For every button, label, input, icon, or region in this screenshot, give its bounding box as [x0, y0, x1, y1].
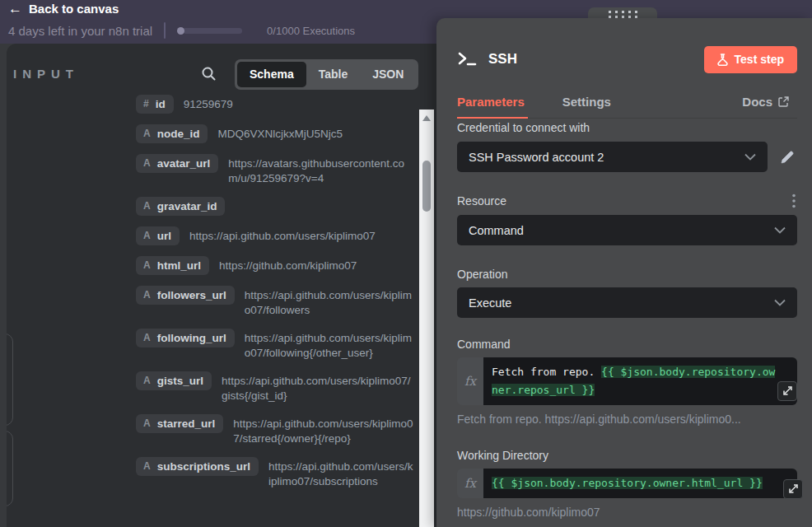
operation-select[interactable]: Execute [457, 287, 797, 318]
schema-field-name: gravatar_id [157, 199, 217, 213]
schema-field-name: html_url [157, 259, 201, 273]
drag-dots-icon [609, 11, 637, 18]
operation-label: Operation [457, 266, 797, 282]
schema-field-name: avatar_url [157, 156, 211, 170]
schema-row-id: #id91259679 [136, 95, 413, 114]
external-link-icon [778, 96, 789, 107]
schema-field-value: https://api.github.com/users/kiplimo07/f… [245, 329, 413, 361]
working-directory-code-area[interactable]: {{ $json.body.repository.owner.html_url … [483, 469, 797, 498]
number-type-icon: # [143, 97, 149, 111]
schema-row-avatar_url: Aavatar_urlhttps://avatars.githubusercon… [136, 154, 413, 186]
tab-parameters[interactable]: Parameters [457, 95, 533, 119]
node-tabs: Parameters Settings Docs [457, 89, 797, 119]
input-panel-scrollbar[interactable] [419, 110, 434, 527]
trial-banner: 4 days left in your n8n trial 0/1000 Exe… [8, 22, 355, 39]
schema-field-badge[interactable]: Afollowing_url [136, 329, 235, 347]
test-step-button[interactable]: Test step [704, 46, 797, 73]
back-arrow-icon: ← [8, 2, 22, 16]
node-header: SSH Test step [457, 36, 797, 82]
schema-field-badge[interactable]: Agravatar_id [136, 197, 225, 216]
chevron-down-icon [744, 153, 756, 161]
schema-row-subscriptions_url: Asubscriptions_urlhttps://api.github.com… [136, 457, 413, 489]
schema-field-name: followers_url [157, 288, 226, 302]
search-icon[interactable] [198, 63, 219, 84]
string-type-icon: A [143, 156, 151, 170]
edit-credential-button[interactable] [777, 147, 797, 167]
schema-field-badge[interactable]: Aurl [136, 226, 180, 245]
trial-days-left-text: 4 days left in your n8n trial [8, 24, 152, 38]
string-type-icon: A [143, 417, 151, 431]
trial-divider [164, 22, 166, 39]
schema-field-badge[interactable]: Afollowers_url [136, 286, 235, 305]
schema-field-name: starred_url [157, 417, 216, 431]
flask-icon [717, 54, 728, 66]
expand-icon [782, 385, 793, 397]
credential-select[interactable]: SSH Password account 2 [457, 142, 768, 172]
schema-field-value: https://api.github.com/users/kiplimo07/s… [233, 414, 413, 446]
schema-field-value: https://github.com/kiplimo07 [219, 256, 413, 273]
schema-field-badge[interactable]: Ahtml_url [136, 256, 209, 275]
edge-panel-stub [7, 333, 13, 426]
schema-field-badge[interactable]: Astarred_url [136, 414, 223, 433]
schema-field-name: url [157, 229, 171, 243]
input-tab-json[interactable]: JSON [360, 62, 416, 87]
executions-progress-bar [177, 27, 242, 35]
expand-icon [787, 483, 799, 495]
pencil-icon [779, 149, 796, 166]
schema-row-starred_url: Astarred_urlhttps://api.github.com/users… [136, 414, 413, 446]
input-tab-table[interactable]: Table [306, 62, 361, 87]
schema-field-badge[interactable]: Aavatar_url [136, 154, 218, 173]
node-detail-panel: SSH Test step Parameters Settings Docs C… [436, 18, 812, 527]
progress-dot [177, 27, 184, 35]
chevron-down-icon [774, 226, 786, 234]
node-title: SSH [488, 51, 517, 68]
back-to-canvas-label: Back to canvas [29, 2, 119, 16]
terminal-icon [457, 50, 478, 68]
string-type-icon: A [143, 288, 151, 302]
schema-row-followers_url: Afollowers_urlhttps://api.github.com/use… [136, 286, 413, 318]
edge-panel-stub [7, 431, 13, 506]
resource-value: Command [469, 224, 774, 237]
working-directory-expression: {{ $json.body.repository.owner.html_url … [492, 477, 763, 489]
schema-field-badge[interactable]: #id [136, 95, 174, 114]
back-to-canvas-button[interactable]: ← Back to canvas [8, 2, 119, 16]
string-type-icon: A [143, 259, 151, 273]
progress-track [183, 28, 242, 34]
scrollbar-thumb[interactable] [422, 161, 431, 212]
schema-field-badge[interactable]: Agists_url [136, 371, 212, 390]
credential-value: SSH Password account 2 [469, 151, 744, 164]
credential-label: Credential to connect with [457, 119, 797, 136]
schema-field-value: 91259679 [184, 95, 413, 112]
expand-editor-button[interactable] [777, 381, 797, 401]
schema-field-value: https://avatars.githubusercontent.com/u/… [228, 154, 413, 186]
resource-options-kebab-icon[interactable] [791, 192, 797, 210]
executions-count-text: 0/1000 Executions [267, 25, 355, 37]
schema-field-value: https://api.github.com/users/kiplimo07 [189, 226, 413, 244]
schema-field-name: subscriptions_url [157, 459, 250, 473]
operation-value: Execute [469, 296, 774, 310]
schema-field-badge[interactable]: Asubscriptions_url [136, 457, 259, 476]
expand-editor-button[interactable] [783, 479, 803, 499]
input-view-tabs: SchemaTableJSON [235, 59, 418, 90]
scrollbar-up-arrow-icon[interactable] [422, 115, 431, 121]
tab-settings[interactable]: Settings [562, 95, 619, 119]
command-label: Command [457, 336, 797, 352]
string-type-icon: A [143, 374, 151, 388]
fx-icon: fx [457, 357, 483, 405]
schema-field-value: https://api.github.com/users/kiplimo07/g… [222, 371, 413, 403]
working-directory-label: Working Directory [457, 447, 797, 464]
schema-field-name: id [156, 97, 166, 111]
schema-row-following_url: Afollowing_urlhttps://api.github.com/use… [136, 329, 413, 361]
fx-icon: fx [457, 469, 483, 498]
string-type-icon: A [143, 331, 151, 345]
command-expression-editor[interactable]: fx Fetch from repo. {{ $json.body.reposi… [457, 357, 797, 405]
resource-select[interactable]: Command [457, 215, 797, 245]
tab-docs[interactable]: Docs [742, 95, 797, 119]
input-tab-schema[interactable]: Schema [237, 62, 306, 87]
working-directory-expression-editor[interactable]: fx {{ $json.body.repository.owner.html_u… [457, 469, 797, 498]
working-directory-result-preview: https://github.com/kiplimo07 [457, 506, 797, 519]
command-code-area[interactable]: Fetch from repo. {{ $json.body.repositor… [483, 357, 797, 405]
schema-field-name: gists_url [157, 374, 203, 388]
schema-field-value [235, 197, 413, 199]
schema-field-badge[interactable]: Anode_id [136, 124, 208, 143]
